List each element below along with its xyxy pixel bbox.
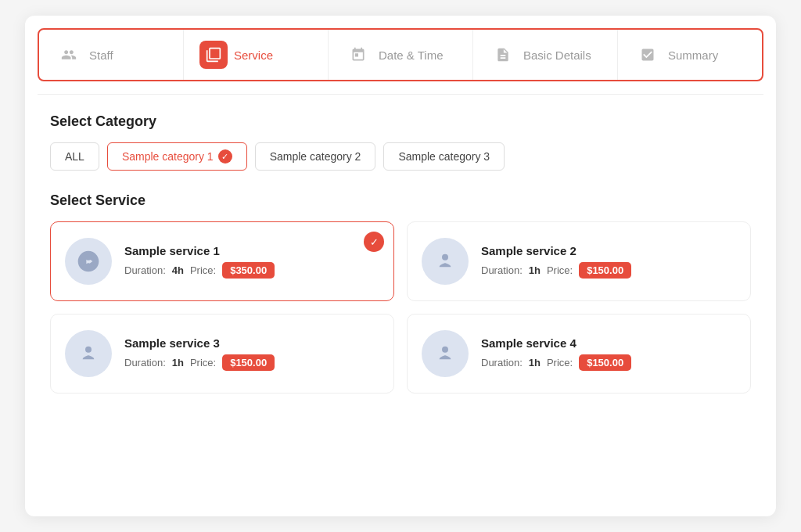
service-1-name: Sample service 1 [124, 244, 275, 257]
step-datetime-label: Date & Time [379, 49, 444, 62]
category-section-title: Select Category [50, 113, 751, 130]
svg-point-2 [85, 347, 92, 353]
service-1-selected-badge: ✓ [364, 232, 384, 252]
service-3-duration: 1h [172, 357, 184, 368]
step-summary[interactable]: Summary [618, 30, 762, 80]
step-summary-label: Summary [668, 49, 718, 62]
step-staff-label: Staff [89, 49, 113, 62]
service-card-1[interactable]: ✓ Sample service 1 Duration: 4h Price: $… [50, 221, 394, 301]
service-3-meta: Duration: 1h Price: $150.00 [124, 354, 275, 371]
service-2-duration: 1h [529, 264, 541, 276]
service-4-avatar [422, 330, 469, 377]
category-3[interactable]: Sample category 3 [383, 142, 505, 171]
service-card-2[interactable]: Sample service 2 Duration: 1h Price: $15… [407, 221, 751, 301]
category-filters: ALL Sample category 1 ✓ Sample category … [50, 142, 751, 171]
service-grid: ✓ Sample service 1 Duration: 4h Price: $… [50, 221, 751, 394]
service-2-name: Sample service 2 [481, 244, 631, 257]
service-card-3[interactable]: Sample service 3 Duration: 1h Price: $15… [50, 314, 394, 394]
category-1-label: Sample category 1 [122, 150, 214, 163]
service-icon [199, 41, 228, 69]
service-3-duration-label: Duration: [124, 357, 166, 368]
service-2-price-label: Price: [547, 264, 573, 276]
service-1-avatar [65, 238, 112, 285]
service-3-name: Sample service 3 [124, 336, 275, 350]
svg-point-1 [442, 254, 448, 261]
step-basic-details[interactable]: Basic Details [473, 30, 618, 80]
service-1-info: Sample service 1 Duration: 4h Price: $35… [124, 244, 275, 279]
step-datetime[interactable]: Date & Time [329, 30, 473, 80]
service-1-price-label: Price: [190, 264, 216, 276]
service-1-duration-label: Duration: [124, 264, 166, 276]
service-3-avatar [65, 330, 112, 377]
service-2-meta: Duration: 1h Price: $150.00 [481, 262, 631, 279]
service-4-duration: 1h [529, 357, 541, 368]
staff-icon [55, 41, 83, 69]
datetime-icon [344, 41, 372, 69]
basic-details-icon [489, 41, 517, 69]
category-2[interactable]: Sample category 2 [255, 142, 376, 171]
service-1-duration: 4h [172, 264, 184, 276]
service-section-title: Select Service [50, 192, 751, 209]
step-basic-details-label: Basic Details [523, 49, 591, 62]
service-4-price-label: Price: [547, 357, 573, 368]
step-service-label: Service [234, 49, 273, 62]
service-2-info: Sample service 2 Duration: 1h Price: $15… [481, 244, 631, 279]
service-3-price-label: Price: [190, 357, 216, 368]
category-1[interactable]: Sample category 1 ✓ [107, 142, 247, 171]
step-staff[interactable]: Staff [39, 30, 184, 80]
step-service[interactable]: Service [184, 30, 329, 80]
service-card-4[interactable]: Sample service 4 Duration: 1h Price: $15… [407, 314, 751, 394]
main-content: Select Category ALL Sample category 1 ✓ … [25, 95, 776, 412]
svg-point-3 [442, 347, 448, 353]
service-2-avatar [422, 238, 469, 285]
category-all[interactable]: ALL [50, 142, 99, 171]
stepper: Staff Service Date & Time Basic Details … [38, 28, 763, 81]
service-3-info: Sample service 3 Duration: 1h Price: $15… [124, 336, 275, 371]
service-4-meta: Duration: 1h Price: $150.00 [481, 354, 631, 371]
service-2-duration-label: Duration: [481, 264, 523, 276]
page-container: Staff Service Date & Time Basic Details … [25, 16, 776, 516]
service-4-price: $150.00 [579, 354, 631, 371]
service-1-meta: Duration: 4h Price: $350.00 [124, 262, 275, 279]
service-4-duration-label: Duration: [481, 357, 523, 368]
category-1-check: ✓ [218, 149, 232, 164]
summary-icon [634, 41, 662, 69]
service-3-price: $150.00 [222, 354, 275, 371]
service-1-price: $350.00 [222, 262, 275, 279]
service-4-info: Sample service 4 Duration: 1h Price: $15… [481, 336, 631, 371]
svg-point-0 [85, 254, 92, 261]
service-4-name: Sample service 4 [481, 336, 631, 350]
service-2-price: $150.00 [579, 262, 631, 279]
